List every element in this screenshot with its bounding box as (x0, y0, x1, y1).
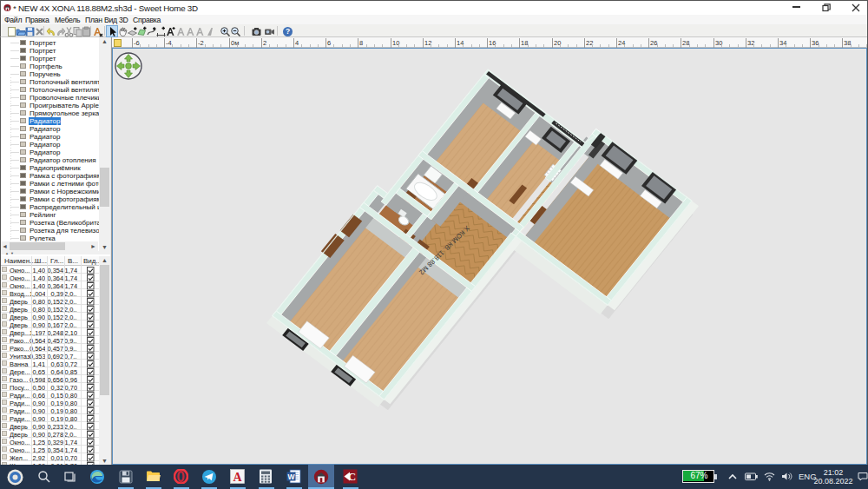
svg-text:C: C (348, 470, 356, 483)
svg-text:A: A (233, 471, 242, 484)
svg-text:W: W (287, 472, 295, 481)
svg-text:?: ? (286, 27, 290, 36)
